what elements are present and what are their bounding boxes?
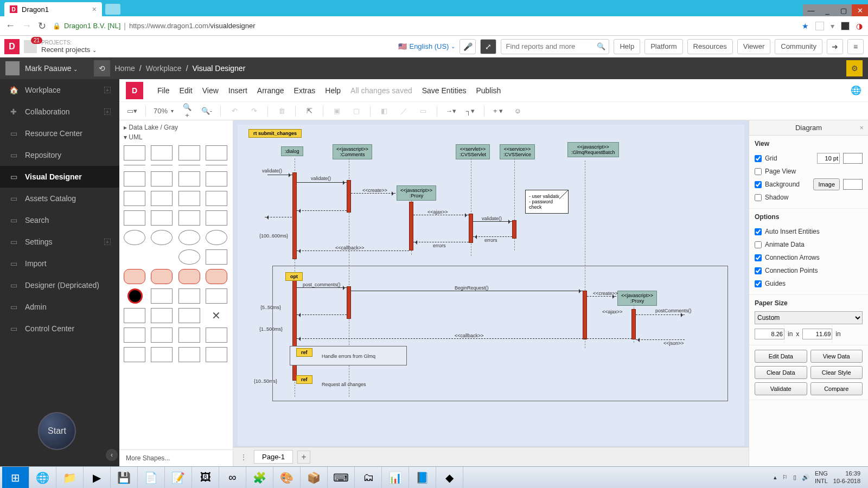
menu-help[interactable]: Help — [325, 86, 341, 95]
opt-auto-insert[interactable] — [755, 228, 762, 235]
taskbar-app1[interactable]: 🧩 — [246, 467, 273, 489]
taskbar-powershell[interactable]: ▶ — [84, 467, 111, 489]
taskbar-terminal[interactable]: ⌨ — [328, 467, 355, 489]
waypoint-icon[interactable]: ┐▾ — [464, 107, 476, 115]
palette-shape-1[interactable] — [151, 145, 173, 160]
url-box[interactable]: 🔒 Dragon1 B.V. [NL] | https://www.dragon… — [53, 22, 795, 30]
zoom-out-icon[interactable]: 🔍- — [201, 107, 213, 115]
nav-platform[interactable]: Platform — [644, 39, 682, 54]
nav-resources[interactable]: Resources — [687, 39, 733, 54]
palette-shape-3[interactable] — [206, 145, 227, 160]
delete-icon[interactable]: 🗑 — [276, 107, 288, 115]
palette-shape-14[interactable] — [178, 191, 200, 206]
expand-icon[interactable]: + — [104, 87, 111, 93]
sidebar-item-import[interactable]: ▭Import — [0, 253, 119, 274]
btn-compare[interactable]: Compare — [810, 382, 863, 395]
browser-tab[interactable]: D Dragon1 × — [4, 2, 102, 16]
export-icon[interactable]: ⇱ — [303, 107, 315, 115]
fill-icon[interactable]: ◧ — [378, 107, 390, 115]
palette-shape-16[interactable] — [124, 210, 145, 226]
note-validation[interactable]: - user validation - password check — [525, 190, 569, 214]
connector-icon[interactable]: →▾ — [445, 107, 457, 115]
new-tab-button[interactable] — [105, 4, 120, 15]
window-minimize[interactable]: — — [803, 4, 819, 16]
diagram-title[interactable]: rt submit_changes — [248, 129, 302, 138]
palette-shape-9[interactable] — [151, 171, 173, 187]
palette-shape-33[interactable] — [151, 288, 173, 304]
refresh-icon[interactable]: ⟲ — [94, 60, 110, 76]
sidebar-item-visual-designer[interactable]: ▭Visual Designer — [0, 166, 119, 188]
palette-shape-19[interactable] — [206, 210, 227, 226]
user-name[interactable]: Mark Paauwe ⌄ — [25, 64, 78, 73]
taskbar-chrome[interactable]: 🌐 — [29, 467, 56, 489]
palette-shape-4[interactable] — [124, 165, 145, 167]
start-menu-icon[interactable]: ⊞ — [2, 467, 29, 489]
view-mode-icon[interactable]: ▭▾ — [126, 107, 138, 115]
palette-shape-24[interactable] — [124, 249, 145, 265]
bookmark-star-icon[interactable]: ★ — [802, 22, 809, 30]
palette-shape-37[interactable] — [151, 308, 173, 323]
palette-shape-17[interactable] — [151, 210, 173, 226]
add-page-button[interactable]: + — [297, 451, 310, 464]
shadow-icon[interactable]: ▭ — [417, 107, 429, 115]
opt-guides[interactable] — [755, 280, 762, 287]
search-icon[interactable]: 🔍 — [597, 42, 605, 50]
tray-up-icon[interactable]: ▴ — [774, 474, 777, 481]
ext-icon-3[interactable]: ◑ — [856, 22, 863, 30]
fragment-opt[interactable] — [272, 266, 728, 401]
menu-file[interactable]: File — [157, 86, 170, 95]
participant-comments[interactable]: <<javascript>> :Comments — [333, 144, 372, 159]
tray-flag-icon[interactable]: ⚐ — [782, 474, 788, 481]
sidebar-item-search[interactable]: ▭Search — [0, 209, 119, 231]
sidebar-item-workplace[interactable]: 🏠Workplace+ — [0, 79, 119, 101]
participant-proxy1[interactable]: <<javascript>> :Proxy — [397, 185, 436, 201]
palette-shape-2[interactable] — [178, 145, 200, 160]
taskbar-pdf[interactable]: 📄 — [138, 467, 165, 489]
palette-shape-23[interactable] — [206, 230, 227, 245]
taskbar-image[interactable]: 🖼 — [192, 467, 219, 489]
background-color-swatch[interactable] — [843, 179, 863, 190]
sidebar-collapse-icon[interactable]: ‹ — [106, 449, 118, 461]
notifications-badge[interactable]: 21 — [24, 40, 37, 53]
taskbar-save[interactable]: 💾 — [111, 467, 138, 489]
palette-shape-34[interactable] — [178, 288, 200, 304]
taskbar-vs[interactable]: ∞ — [219, 467, 246, 489]
diagram-canvas[interactable]: rt submit_changes :dialog <<javascript>>… — [238, 125, 744, 446]
palette-shape-27[interactable] — [206, 249, 227, 265]
zoom-selector[interactable]: 70% ▾ — [154, 107, 174, 115]
window-maximize[interactable]: ▢ — [835, 4, 852, 16]
globe-icon[interactable]: 🌐 — [851, 85, 861, 95]
palette-shape-41[interactable] — [151, 328, 173, 343]
btn-clear-data[interactable]: Clear Data — [755, 366, 807, 379]
ext-menu-icon[interactable]: ▾ — [831, 22, 834, 30]
taskbar-app2[interactable]: 📦 — [301, 467, 328, 489]
sidebar-item-repository[interactable]: ▭Repository — [0, 144, 119, 166]
menu-insert[interactable]: Insert — [228, 86, 247, 95]
sidebar-item-designer-depricated-[interactable]: ▭Designer (Depricated) — [0, 274, 119, 296]
hamburger-icon[interactable]: ≡ — [847, 39, 864, 54]
palette-shape-26[interactable] — [178, 249, 200, 265]
sidebar-item-admin[interactable]: ▭Admin — [0, 296, 119, 318]
taskbar-explorer[interactable]: 📁 — [56, 467, 84, 489]
nav-help[interactable]: Help — [614, 39, 640, 54]
recent-projects-dropdown[interactable]: Recent projects ⌄ — [41, 46, 97, 54]
background-checkbox[interactable] — [755, 181, 762, 188]
palette-shape-0[interactable] — [124, 145, 145, 160]
palette-shape-6[interactable] — [178, 165, 200, 167]
page-tab-1[interactable]: Page-1 — [254, 450, 293, 464]
taskbar-app4[interactable]: 📘 — [409, 467, 436, 489]
tray-volume-icon[interactable]: 🔊 — [802, 474, 809, 481]
mic-icon[interactable]: 🎤 — [459, 39, 476, 54]
palette-shape-30[interactable] — [178, 269, 200, 284]
sidebar-item-settings[interactable]: ▭Settings+ — [0, 231, 119, 253]
panel-close-icon[interactable]: × — [859, 124, 864, 132]
line-icon[interactable]: ／ — [398, 106, 410, 116]
palette-shape-38[interactable] — [178, 308, 200, 323]
breadcrumb-workplace[interactable]: Workplace — [146, 64, 182, 73]
palette-shape-31[interactable] — [206, 269, 227, 284]
emoji-icon[interactable]: ☺ — [512, 107, 524, 115]
palette-shape-12[interactable] — [124, 191, 145, 206]
palette-shape-11[interactable] — [206, 171, 227, 187]
ext-icon-2[interactable] — [841, 22, 850, 30]
palette-shape-20[interactable] — [124, 230, 145, 245]
